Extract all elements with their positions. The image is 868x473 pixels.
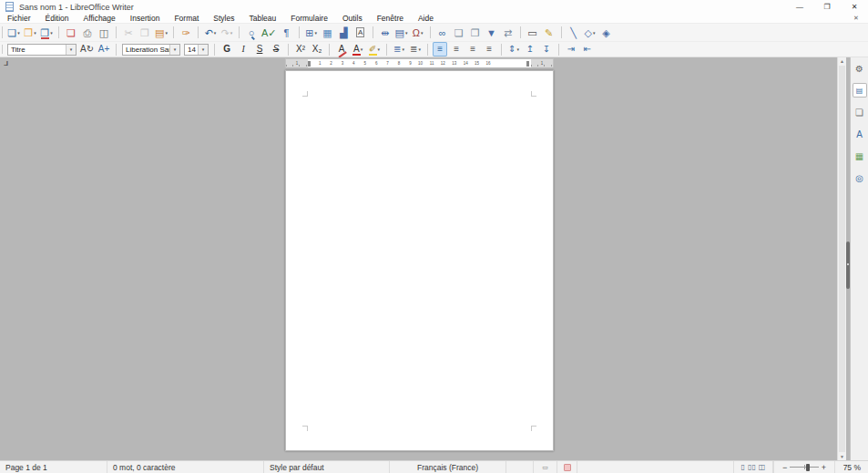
- menu-styles[interactable]: Styles: [206, 14, 241, 24]
- cut-button[interactable]: ✂ ▾: [121, 26, 136, 40]
- find-replace-button[interactable]: ○ ▾: [244, 26, 259, 40]
- new-style-button[interactable]: A+: [97, 42, 111, 57]
- horizontal-ruler[interactable]: 1 1 2 3 4 5 6 7 8: [285, 58, 554, 67]
- draw-functions-button[interactable]: ◈ ▾: [599, 26, 614, 40]
- bullets-button[interactable]: ≣ ▾: [392, 42, 406, 57]
- insert-field-button[interactable]: ▤ ▾: [394, 26, 409, 40]
- sidebar-tab-gallery[interactable]: ▦: [853, 149, 867, 163]
- vertical-scrollbar[interactable]: ▲ ▼: [837, 57, 846, 460]
- highlight-button[interactable]: ✐ ▾: [367, 42, 382, 57]
- tab-stop-selector[interactable]: L: [4, 59, 8, 67]
- special-character-button[interactable]: Ω ▾: [411, 26, 425, 40]
- menu-fichier[interactable]: Fichier: [0, 14, 38, 24]
- book-view-icon[interactable]: ◫: [759, 463, 766, 471]
- multi-page-view-icon[interactable]: ▯▯: [748, 463, 756, 471]
- paragraph-space-decrease-button[interactable]: ↧ ▾: [539, 42, 554, 57]
- align-right-button[interactable]: ≡ ▾: [465, 42, 480, 57]
- zoom-in-button[interactable]: +: [819, 463, 829, 472]
- menu-fenetre[interactable]: Fenêtre: [370, 14, 411, 24]
- font-color-button[interactable]: A ▾: [351, 42, 365, 57]
- track-changes-button[interactable]: ✎ ▾: [542, 26, 557, 40]
- save-button[interactable]: ❐ ▾: [39, 26, 54, 40]
- document-modified-cell[interactable]: [557, 461, 577, 473]
- clone-formatting-button[interactable]: ✑ ▾: [179, 26, 193, 40]
- copy-button[interactable]: ❐ ▾: [138, 26, 152, 40]
- page-style-cell[interactable]: Style par défaut: [264, 461, 390, 473]
- basic-shapes-button[interactable]: ◇ ▾: [583, 26, 597, 40]
- insert-endnote-button[interactable]: ❐ ▾: [468, 26, 483, 40]
- menu-tableau[interactable]: Tableau: [242, 14, 284, 24]
- close-button[interactable]: ✕: [841, 0, 868, 14]
- spelling-button[interactable]: A✓ ▾: [260, 26, 278, 40]
- font-name-combo[interactable]: Liberation Sans ▾: [122, 44, 180, 56]
- insert-line-button[interactable]: ╲ ▾: [567, 26, 581, 40]
- formatting-marks-button[interactable]: ¶ ▾: [280, 26, 294, 40]
- scroll-up-icon[interactable]: ▲: [840, 57, 844, 65]
- single-page-view-icon[interactable]: ▯: [741, 463, 745, 471]
- undo-button[interactable]: ↶ ▾: [203, 26, 218, 40]
- insert-table-button[interactable]: ⊞ ▾: [304, 26, 319, 40]
- sidebar-tab-page[interactable]: ❏: [853, 105, 867, 119]
- print-preview-button[interactable]: ◫ ▾: [97, 26, 111, 40]
- update-style-button[interactable]: A↻: [79, 42, 95, 57]
- superscript-button[interactable]: X² ▾: [293, 42, 308, 57]
- underline-button[interactable]: S ▾: [252, 42, 267, 57]
- insert-bookmark-button[interactable]: ▼ ▾: [485, 26, 499, 40]
- new-document-button[interactable]: ❏ ▾: [6, 26, 21, 40]
- insert-chart-button[interactable]: ▟ ▾: [337, 26, 352, 40]
- zoom-slider-thumb[interactable]: [806, 464, 810, 471]
- zoom-out-button[interactable]: −: [780, 463, 790, 472]
- align-left-button[interactable]: ≡ ▾: [433, 42, 447, 57]
- chevron-down-icon[interactable]: ▾: [198, 45, 208, 55]
- insert-image-button[interactable]: ▦ ▾: [321, 26, 335, 40]
- indent-marker-left[interactable]: [308, 61, 311, 67]
- language-cell[interactable]: Français (France): [390, 461, 506, 473]
- paragraph-space-increase-button[interactable]: ↥ ▾: [523, 42, 537, 57]
- insert-comment-button[interactable]: ▭ ▾: [526, 26, 540, 40]
- indent-marker-right[interactable]: [526, 61, 529, 67]
- selection-mode-cell[interactable]: ▭: [534, 461, 557, 473]
- cross-reference-button[interactable]: ⇄ ▾: [501, 26, 516, 40]
- sidebar-tab-navigator[interactable]: ◎: [853, 170, 867, 185]
- document-workspace[interactable]: L 1 1 2 3 4 5 6: [0, 57, 850, 460]
- bold-button[interactable]: G ▾: [220, 42, 234, 57]
- restore-button[interactable]: ❐: [813, 0, 841, 14]
- justify-button[interactable]: ≡ ▾: [482, 42, 496, 57]
- menu-outils[interactable]: Outils: [335, 14, 370, 24]
- insert-mode-cell[interactable]: [506, 461, 534, 473]
- close-document-button[interactable]: ✕: [848, 15, 864, 22]
- sidebar-tab-properties[interactable]: ▤: [853, 83, 867, 98]
- decrease-indent-button[interactable]: ⇤ ▾: [580, 42, 595, 57]
- zoom-slider[interactable]: [790, 461, 818, 473]
- numbering-button[interactable]: ≣ ▾: [408, 42, 423, 57]
- scrollbar-thumb[interactable]: [839, 66, 845, 452]
- menu-edition[interactable]: Édition: [38, 14, 77, 24]
- menu-formulaire[interactable]: Formulaire: [283, 14, 335, 24]
- clear-formatting-button[interactable]: A ▾: [334, 42, 349, 57]
- menu-insertion[interactable]: Insertion: [123, 14, 168, 24]
- italic-button[interactable]: I ▾: [236, 42, 250, 57]
- menu-aide[interactable]: Aide: [411, 14, 441, 24]
- chevron-down-icon[interactable]: ▾: [169, 45, 179, 55]
- page-break-button[interactable]: ⇹ ▾: [378, 26, 393, 40]
- line-spacing-button[interactable]: ⇕ ▾: [506, 42, 521, 57]
- zoom-level[interactable]: 75 %: [835, 461, 868, 473]
- increase-indent-button[interactable]: ⇥ ▾: [564, 42, 578, 57]
- menu-format[interactable]: Format: [167, 14, 206, 24]
- export-pdf-button[interactable]: ❏ ▾: [64, 26, 78, 40]
- sidebar-settings-button[interactable]: ⚙: [853, 61, 867, 76]
- strikethrough-button[interactable]: S ▾: [269, 42, 283, 57]
- page-count-cell[interactable]: Page 1 de 1: [0, 461, 107, 473]
- open-button[interactable]: ❒ ▾: [23, 26, 37, 40]
- redo-button[interactable]: ↷ ▾: [220, 26, 234, 40]
- paragraph-style-combo[interactable]: Titre ▾: [7, 44, 77, 56]
- font-size-combo[interactable]: 14 ▾: [184, 44, 209, 56]
- insert-textbox-button[interactable]: A ▾: [353, 26, 368, 40]
- insert-footnote-button[interactable]: ❏ ▾: [452, 26, 466, 40]
- insert-hyperlink-button[interactable]: ∞ ▾: [435, 26, 450, 40]
- scroll-down-icon[interactable]: ▼: [840, 453, 844, 460]
- align-center-button[interactable]: ≡ ▾: [449, 42, 464, 57]
- minimize-button[interactable]: —: [786, 0, 813, 14]
- subscript-button[interactable]: X₂ ▾: [310, 42, 324, 57]
- document-page[interactable]: [285, 70, 554, 451]
